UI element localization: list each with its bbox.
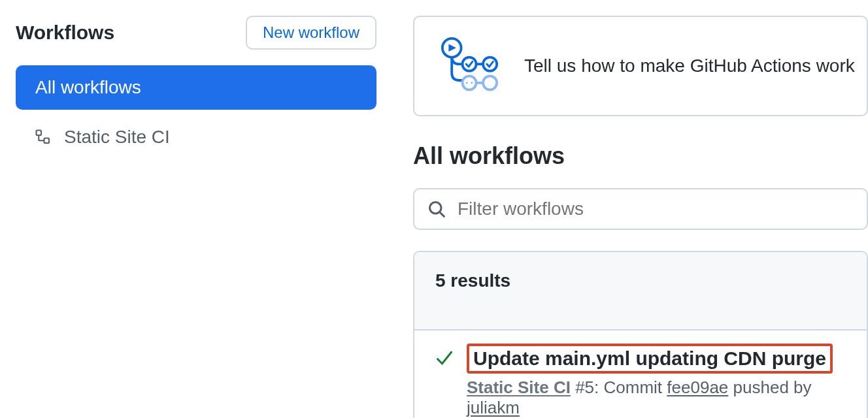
run-number: #5 [571,378,594,397]
main-content: Tell us how to make GitHub Actions work … [392,0,868,418]
success-check-icon [435,349,454,367]
run-workflow-link[interactable]: Static Site CI [467,378,571,397]
results-count: 5 results [414,252,867,330]
filter-workflows-box[interactable] [413,188,868,230]
svg-point-5 [483,57,497,71]
sidebar-title: Workflows [16,22,114,44]
workflow-icon [35,129,51,145]
commit-sha-link[interactable]: fee09ae [667,378,728,397]
sidebar-item-label: All workflows [35,77,141,98]
sidebar-item-static-site-ci[interactable]: Static Site CI [16,115,376,159]
page-title: All workflows [413,142,868,170]
svg-rect-0 [37,131,42,136]
svg-point-10 [483,76,497,89]
svg-point-11 [430,202,442,214]
pusher-link[interactable]: juliakm [467,398,520,417]
svg-point-6 [462,76,476,89]
svg-point-3 [462,57,476,71]
actions-icon [438,37,501,95]
svg-line-12 [440,212,444,217]
sidebar-item-label: Static Site CI [64,127,170,148]
run-meta: Static Site CI #5: Commit fee09ae pushed… [467,378,846,418]
filter-workflows-input[interactable] [458,199,854,219]
sidebar-header: Workflows New workflow [16,16,376,50]
search-icon [427,200,446,218]
results-panel: 5 results Update main.yml updating CDN p… [413,251,868,418]
svg-point-8 [471,82,473,84]
svg-rect-1 [44,138,50,144]
banner-text: Tell us how to make GitHub Actions work [524,56,855,76]
run-title-link[interactable]: Update main.yml updating CDN purge [467,344,833,374]
workflow-run-row[interactable]: Update main.yml updating CDN purge Stati… [414,330,867,418]
feedback-banner[interactable]: Tell us how to make GitHub Actions work [413,16,868,116]
new-workflow-button[interactable]: New workflow [246,16,376,50]
sidebar: Workflows New workflow All workflows Sta… [0,0,392,418]
svg-point-7 [466,82,468,84]
sidebar-item-all-workflows[interactable]: All workflows [16,65,376,110]
run-main: Update main.yml updating CDN purge Stati… [467,344,846,418]
